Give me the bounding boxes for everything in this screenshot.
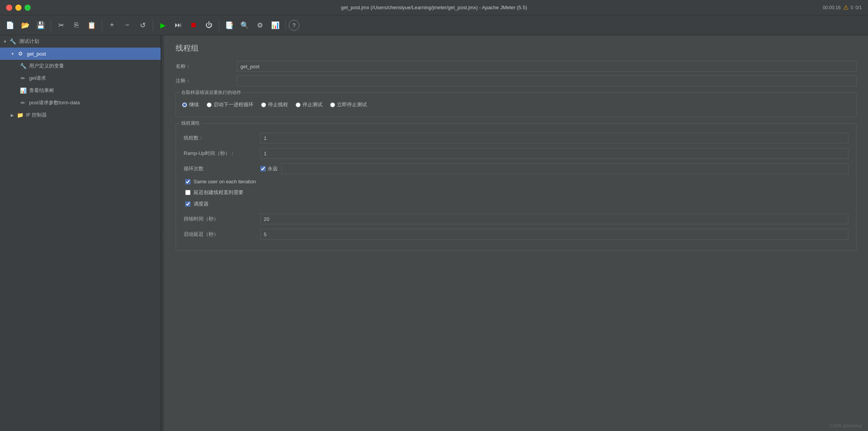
sidebar-item-test-plan[interactable]: ▼ 🔧 测试计划 — [0, 35, 161, 48]
radio-stop-thread[interactable]: 停止线程 — [261, 101, 288, 108]
same-user-label: Same user on each iteration — [194, 179, 256, 184]
scheduler-checkbox[interactable] — [185, 201, 191, 207]
new-button[interactable]: 📄 — [3, 18, 17, 32]
delay-create-label: 延迟创建线程直到需要 — [194, 189, 243, 196]
name-label: 名称： — [176, 63, 237, 70]
ratio-display: 0/1 — [855, 5, 862, 10]
toolbar: 📄 📂 💾 ✂ ⎘ 📋 + − ↺ ▶ ⏭ ⏹ ⏻ 📑 🔍 ⚙ 📊 ? — [0, 15, 868, 35]
sidebar-item-view-results[interactable]: 📊 查看结果树 — [0, 84, 161, 97]
comment-label: 注释： — [176, 77, 237, 84]
same-user-checkbox[interactable] — [185, 179, 191, 184]
get-request-icon: ✏ — [19, 74, 27, 82]
sidebar-item-user-vars[interactable]: 🔧 用户定义的变量 — [0, 60, 161, 72]
comment-row: 注释： — [176, 76, 856, 86]
loop-forever-label: 永远 — [268, 165, 278, 172]
sep-4 — [219, 20, 219, 31]
log-errors-button[interactable]: 📊 — [268, 18, 282, 32]
close-button[interactable] — [6, 5, 12, 11]
loop-count-input[interactable] — [281, 163, 848, 174]
sidebar-item-get-request[interactable]: ✏ get请求 — [0, 72, 161, 84]
scheduler-label: 调度器 — [194, 201, 209, 207]
sidebar-item-if-controller[interactable]: ▶ 📁 IF 控制器 — [0, 109, 161, 121]
title-bar: get_post.jmx (/Users/chensiyue/Learning/… — [0, 0, 868, 15]
expand-icon-get-post: ▼ — [11, 52, 15, 56]
radio-continue[interactable]: 继续 — [182, 101, 199, 108]
sep-3 — [153, 20, 153, 31]
rampup-input[interactable] — [260, 148, 848, 159]
radio-stop-test[interactable]: 停止测试 — [296, 101, 322, 108]
sidebar-item-post-request[interactable]: ✏ post请求参数form-data — [0, 97, 161, 109]
thread-count-row: 线程数： — [184, 133, 848, 143]
delay-create-checkbox[interactable] — [185, 190, 191, 195]
thread-props-legend: 线程属性 — [180, 120, 201, 127]
radio-stop-test-label: 停止测试 — [302, 101, 322, 108]
rampup-label: Ramp-Up时间（秒）： — [184, 150, 260, 157]
error-action-section: 在取样器错误后要执行的动作 继续 启动下一进程循环 停止线程 停止测试 — [176, 92, 856, 117]
radio-start-next-loop[interactable]: 启动下一进程循环 — [207, 101, 253, 108]
test-plan-icon: 🔧 — [9, 38, 17, 45]
sidebar-drag-handle[interactable]: ⋮ — [161, 35, 164, 431]
sidebar-item-label-if-controller: IF 控制器 — [26, 112, 47, 118]
delay-create-row: 延迟创建线程直到需要 — [185, 189, 848, 196]
sidebar: ▼ 🔧 测试计划 ▼ ⚙ get_post 🔧 用户定义的变量 ✏ get请求 … — [0, 35, 161, 431]
sidebar-item-label-post-request: post请求参数form-data — [29, 99, 80, 106]
add-button[interactable]: + — [105, 18, 119, 32]
loop-forever-checkbox-label[interactable]: 永远 — [260, 165, 278, 172]
thread-props-section: 线程属性 线程数： Ramp-Up时间（秒）： 循环次数 永远 — [176, 123, 856, 251]
window-title: get_post.jmx (/Users/chensiyue/Learning/… — [341, 5, 527, 10]
maximize-button[interactable] — [25, 5, 31, 11]
thread-count-label: 线程数： — [184, 135, 260, 141]
duration-row: 持续时间（秒） — [184, 214, 848, 224]
shutdown-button[interactable]: ⏻ — [202, 18, 216, 32]
start-button[interactable]: ▶ — [156, 18, 170, 32]
save-button[interactable]: 💾 — [34, 18, 48, 32]
if-controller-icon: 📁 — [16, 111, 24, 119]
sidebar-item-label-get-request: get请求 — [29, 75, 46, 82]
view-results-icon: 📊 — [19, 87, 27, 94]
warning-count: 0 — [851, 5, 853, 10]
startup-delay-row: 启动延迟（秒） — [184, 229, 848, 240]
templates-button[interactable]: 📑 — [222, 18, 236, 32]
loop-forever-checkbox[interactable] — [260, 166, 266, 171]
function-helper-button[interactable]: ⚙ — [253, 18, 267, 32]
duration-input[interactable] — [260, 214, 848, 224]
rampup-row: Ramp-Up时间（秒）： — [184, 148, 848, 159]
title-bar-right: 00:00:16 ⚠ 0 0/1 — [823, 4, 862, 11]
duration-label: 持续时间（秒） — [184, 216, 260, 222]
open-button[interactable]: 📂 — [18, 18, 32, 32]
stop-button[interactable]: ⏹ — [187, 18, 201, 32]
scheduler-row: 调度器 — [185, 201, 848, 207]
sidebar-item-label-test-plan: 测试计划 — [19, 38, 39, 45]
sidebar-item-label-user-vars: 用户定义的变量 — [29, 63, 64, 69]
start-no-pause-button[interactable]: ⏭ — [171, 18, 185, 32]
name-input[interactable] — [237, 61, 856, 72]
page-title: 线程组 — [176, 43, 856, 53]
thread-count-input[interactable] — [260, 133, 848, 143]
radio-stop-test-now[interactable]: 立即停止测试 — [330, 101, 367, 108]
sidebar-item-label-get-post: get_post — [27, 51, 46, 57]
comment-input[interactable] — [237, 76, 856, 86]
remove-button[interactable]: − — [120, 18, 134, 32]
post-request-icon: ✏ — [19, 99, 27, 107]
minimize-button[interactable] — [15, 5, 21, 11]
startup-delay-label: 启动延迟（秒） — [184, 231, 260, 238]
watermark: CSDN @feibeing — [830, 423, 862, 428]
log-viewer-button[interactable]: 🔍 — [238, 18, 252, 32]
error-radio-group: 继续 启动下一进程循环 停止线程 停止测试 立即停止测试 — [182, 97, 850, 112]
undo-button[interactable]: ↺ — [136, 18, 150, 32]
timer-display: 00:00:16 — [823, 5, 841, 10]
sidebar-item-get-post[interactable]: ▼ ⚙ get_post — [0, 48, 161, 60]
copy-button[interactable]: ⎘ — [69, 18, 83, 32]
same-user-row: Same user on each iteration — [185, 179, 848, 184]
radio-start-next-loop-label: 启动下一进程循环 — [214, 101, 253, 108]
help-button[interactable]: ? — [289, 20, 299, 31]
error-section-legend: 在取样器错误后要执行的动作 — [180, 89, 243, 96]
name-row: 名称： — [176, 61, 856, 72]
content-area: 线程组 名称： 注释： 在取样器错误后要执行的动作 继续 启动下一进程循环 — [164, 35, 868, 431]
loop-row: 循环次数 永远 — [184, 163, 848, 174]
sidebar-item-label-view-results: 查看结果树 — [29, 87, 54, 94]
cut-button[interactable]: ✂ — [54, 18, 68, 32]
paste-button[interactable]: 📋 — [85, 18, 99, 32]
user-vars-icon: 🔧 — [19, 62, 27, 70]
startup-delay-input[interactable] — [260, 229, 848, 240]
